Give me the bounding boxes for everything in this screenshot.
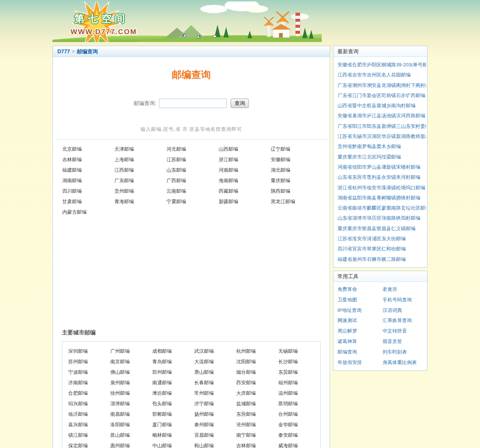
city-link[interactable]: 常州邮编 xyxy=(194,388,236,399)
city-link[interactable]: 武汉邮编 xyxy=(194,346,236,357)
city-link[interactable]: 西安邮编 xyxy=(236,378,278,388)
latest-query-link[interactable]: 河南省信阳市罗山县潘新镇宋楼村邮编 xyxy=(338,162,426,172)
tool-link[interactable]: 免费算命 xyxy=(338,284,382,295)
city-link[interactable]: 榆林邮编 xyxy=(152,430,194,441)
city-link[interactable]: 无锡邮编 xyxy=(278,346,320,357)
province-link[interactable]: 西藏邮编 xyxy=(219,186,271,196)
tool-link[interactable]: 老黄历 xyxy=(382,284,428,295)
province-link[interactable]: 广东邮编 xyxy=(114,175,166,186)
province-link[interactable]: 四川邮编 xyxy=(62,186,114,196)
province-link[interactable]: 贵州邮编 xyxy=(114,186,166,196)
province-link[interactable]: 海南邮编 xyxy=(219,175,271,186)
city-link[interactable]: 东营邮编 xyxy=(236,409,278,420)
latest-query-link[interactable]: 湖南省益阳市南县青树嘴镇拥锋村邮编 xyxy=(338,193,426,203)
city-link[interactable]: 长沙邮编 xyxy=(278,357,320,367)
province-link[interactable]: 安徽邮编 xyxy=(271,154,323,165)
province-link[interactable]: 江西邮编 xyxy=(114,165,166,175)
city-link[interactable]: 泰安邮编 xyxy=(278,430,320,441)
city-link[interactable]: 潍坊邮编 xyxy=(152,388,194,399)
tool-link[interactable]: 周公解梦 xyxy=(338,326,382,336)
city-link[interactable]: 徐州邮编 xyxy=(110,388,152,399)
city-link[interactable]: 广州邮编 xyxy=(110,346,152,357)
latest-query-link[interactable]: 重庆重庆市荣昌县荣昌县仁义镇邮编 xyxy=(338,223,426,234)
latest-query-link[interactable]: 江西省吉安市吉州区名人花园邮编 xyxy=(338,70,426,80)
latest-query-link[interactable]: 山东省东营市垦利县永安镇夹河村邮编 xyxy=(338,172,426,182)
province-link[interactable]: 北京邮编 xyxy=(62,144,114,154)
city-link[interactable]: 长春邮编 xyxy=(194,378,236,388)
city-link[interactable]: 洛阳邮编 xyxy=(110,420,152,430)
city-link[interactable]: 杭州邮编 xyxy=(236,346,278,357)
city-link[interactable]: 镇江邮编 xyxy=(68,430,110,441)
city-link[interactable]: 金华邮编 xyxy=(278,420,320,430)
city-link[interactable]: 惠州邮编 xyxy=(110,441,152,448)
tool-link[interactable]: 诸葛神算 xyxy=(338,336,382,347)
city-link[interactable]: 唐山邮编 xyxy=(194,367,236,378)
city-link[interactable]: 合肥邮编 xyxy=(68,388,110,399)
latest-query-link[interactable]: 广东省阳江市阳东县新洲镇三山东安村委邮编 xyxy=(338,121,426,131)
city-link[interactable]: 温州邮编 xyxy=(278,388,320,399)
city-link[interactable]: 吉林邮编 xyxy=(236,441,278,448)
city-link[interactable]: 沧州邮编 xyxy=(236,420,278,430)
province-link[interactable]: 辽宁邮编 xyxy=(271,144,323,154)
latest-query-link[interactable]: 山西省晋中左权县粟城乡南沟村邮编 xyxy=(338,100,426,111)
province-link[interactable]: 浙江邮编 xyxy=(219,154,271,165)
province-link[interactable]: 吉林邮编 xyxy=(62,154,114,165)
city-link[interactable]: 青岛邮编 xyxy=(152,357,194,367)
postcode-search-input[interactable] xyxy=(159,99,227,108)
tool-link[interactable]: 手机号码查询 xyxy=(382,295,428,305)
province-link[interactable]: 云南邮编 xyxy=(166,186,219,196)
province-link[interactable]: 河南邮编 xyxy=(219,165,271,175)
tool-link[interactable]: 年放假安排 xyxy=(338,357,382,368)
tool-link[interactable]: 汉语词典 xyxy=(382,305,428,316)
city-link[interactable]: 郑州邮编 xyxy=(152,367,194,378)
latest-query-link[interactable]: 重庆重庆市江北区玛瑝梁邮编 xyxy=(338,152,426,162)
city-link[interactable]: 盐城邮编 xyxy=(236,399,278,409)
latest-query-link[interactable]: 安徽省巢湖市庐江县汤池镇滨河西路邮编 xyxy=(338,111,426,121)
city-link[interactable]: 昆山邮编 xyxy=(110,430,152,441)
city-link[interactable]: 济宁邮编 xyxy=(194,399,236,409)
city-link[interactable]: 嘉兴邮编 xyxy=(68,420,110,430)
tool-link[interactable]: 中文转拼音 xyxy=(382,326,428,336)
city-link[interactable]: 宜昌邮编 xyxy=(194,430,236,441)
city-link[interactable]: 临沂邮编 xyxy=(68,409,110,420)
city-link[interactable]: 南宁邮编 xyxy=(236,430,278,441)
tool-link[interactable]: 网速测试 xyxy=(338,315,382,326)
province-link[interactable]: 江苏邮编 xyxy=(166,154,219,165)
city-link[interactable]: 大庆邮编 xyxy=(236,388,278,399)
latest-query-link[interactable]: 福建省泉州市石狮市横二路邮编 xyxy=(338,254,426,264)
city-link[interactable]: 南通邮编 xyxy=(152,378,194,388)
city-link[interactable]: 淄博邮编 xyxy=(110,399,152,409)
latest-query-link[interactable]: 山东省淄博市张店区张南路铁四村邮编 xyxy=(338,213,426,223)
tool-link[interactable]: 观音灵签 xyxy=(382,336,428,347)
breadcrumb-current-link[interactable]: 邮编查询 xyxy=(77,48,98,54)
city-link[interactable]: 苏州邮编 xyxy=(68,357,110,367)
tool-link[interactable]: 列车时刻表 xyxy=(382,347,428,357)
city-link[interactable]: 东莞邮编 xyxy=(278,367,320,378)
city-link[interactable]: 中山邮编 xyxy=(152,441,194,448)
province-link[interactable]: 上海邮编 xyxy=(114,154,166,165)
province-link[interactable]: 湖南邮编 xyxy=(62,175,114,186)
latest-query-link[interactable]: 江苏省无锡市滨湖区华庄镇新湖路教师新村邮编 xyxy=(338,131,426,141)
province-link[interactable]: 广西邮编 xyxy=(166,175,219,186)
city-link[interactable]: 泰州邮编 xyxy=(194,420,236,430)
city-link[interactable]: 宁波邮编 xyxy=(68,367,110,378)
province-link[interactable]: 河北邮编 xyxy=(166,144,219,154)
province-link[interactable]: 黑龙江邮编 xyxy=(271,196,323,207)
tool-link[interactable]: 卫星地图 xyxy=(338,295,382,305)
province-link[interactable]: 陕西邮编 xyxy=(271,186,323,196)
city-link[interactable]: 成都邮编 xyxy=(152,346,194,357)
city-link[interactable]: 昆明邮编 xyxy=(278,399,320,409)
province-link[interactable]: 山西邮编 xyxy=(219,144,271,154)
city-link[interactable]: 鞍山邮编 xyxy=(194,441,236,448)
tool-link[interactable]: 汇率换算查询 xyxy=(382,315,428,326)
city-link[interactable]: 佛山邮编 xyxy=(110,367,152,378)
province-link[interactable]: 福建邮编 xyxy=(62,165,114,175)
city-link[interactable]: 保定邮编 xyxy=(68,441,110,448)
city-link[interactable]: 南京邮编 xyxy=(110,357,152,367)
city-link[interactable]: 扬州邮编 xyxy=(194,409,236,420)
city-link[interactable]: 大连邮编 xyxy=(194,357,236,367)
latest-query-link[interactable]: 云南省曲靖市麒麟区寥廓南路玄坛社区邮编 xyxy=(338,203,426,213)
search-button[interactable]: 查询 xyxy=(231,99,249,108)
province-link[interactable]: 内蒙古邮编 xyxy=(62,207,114,217)
latest-query-link[interactable]: 贵州省黔南罗甸县栗木乡邮编 xyxy=(338,141,426,151)
